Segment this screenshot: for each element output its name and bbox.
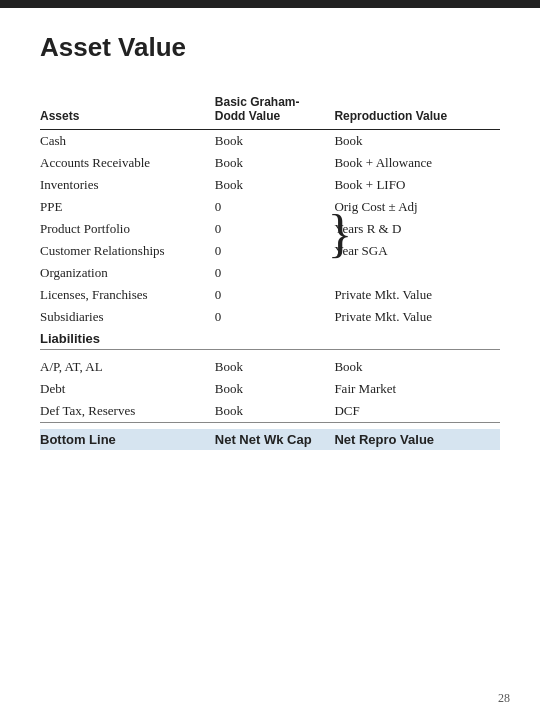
table-row: Customer Relationships 0 Year SGA xyxy=(40,240,500,262)
asset-name: Organization xyxy=(40,262,215,284)
table-row: Inventories Book Book + LIFO xyxy=(40,174,500,196)
repro-value: Book xyxy=(334,356,500,378)
bottom-line-label: Bottom Line xyxy=(40,429,215,450)
asset-name: Product Portfolio xyxy=(40,218,215,240)
basic-value: Book xyxy=(215,400,335,423)
repro-value: Year SGA xyxy=(334,240,500,262)
repro-value: Years R & D xyxy=(334,218,500,240)
repro-value: Book + Allowance xyxy=(334,152,500,174)
asset-name: Accounts Receivable xyxy=(40,152,215,174)
repro-value: Private Mkt. Value xyxy=(334,284,500,306)
repro-value xyxy=(334,262,500,284)
page-title: Asset Value xyxy=(40,32,500,63)
bottom-line-row: Bottom Line Net Net Wk Cap Net Repro Val… xyxy=(40,429,500,450)
header-basic: Basic Graham-Dodd Value xyxy=(215,91,335,130)
brace-icon: } xyxy=(327,208,352,260)
asset-name: Subsidiaries xyxy=(40,306,215,328)
page-container: Asset Value Assets Basic Graham-Dodd Val… xyxy=(0,8,540,470)
asset-name: Cash xyxy=(40,130,215,153)
top-bar xyxy=(0,0,540,8)
table-row: Product Portfolio 0 } Years R & D xyxy=(40,218,500,240)
basic-value: 0 } xyxy=(215,218,335,240)
table-row: Subsidiaries 0 Private Mkt. Value xyxy=(40,306,500,328)
basic-value: Book xyxy=(215,152,335,174)
table-row: PPE 0 Orig Cost ± Adj xyxy=(40,196,500,218)
asset-name: Licenses, Franchises xyxy=(40,284,215,306)
bottom-line-basic: Net Net Wk Cap xyxy=(215,429,335,450)
basic-value: Book xyxy=(215,174,335,196)
asset-name: Inventories xyxy=(40,174,215,196)
header-repro: Reproduction Value xyxy=(334,91,500,130)
repro-value: Private Mkt. Value xyxy=(334,306,500,328)
basic-value: 0 xyxy=(215,284,335,306)
repro-value: Book + LIFO xyxy=(334,174,500,196)
asset-value-table: Assets Basic Graham-Dodd Value Reproduct… xyxy=(40,91,500,450)
table-row: Licenses, Franchises 0 Private Mkt. Valu… xyxy=(40,284,500,306)
asset-name: Debt xyxy=(40,378,215,400)
basic-value: 0 xyxy=(215,306,335,328)
bottom-line-repro: Net Repro Value xyxy=(334,429,500,450)
repro-value: Book xyxy=(334,130,500,153)
repro-value: DCF xyxy=(334,400,500,423)
table-row: A/P, AT, AL Book Book xyxy=(40,356,500,378)
table-row: Organization 0 xyxy=(40,262,500,284)
liabilities-label: Liabilities xyxy=(40,328,500,350)
asset-name: PPE xyxy=(40,196,215,218)
asset-name: Customer Relationships xyxy=(40,240,215,262)
page-number: 28 xyxy=(498,691,510,706)
asset-name: Def Tax, Reserves xyxy=(40,400,215,423)
basic-value: 0 xyxy=(215,240,335,262)
table-row: Cash Book Book xyxy=(40,130,500,153)
repro-value: Fair Market xyxy=(334,378,500,400)
basic-value: Book xyxy=(215,356,335,378)
asset-name: A/P, AT, AL xyxy=(40,356,215,378)
repro-value: Orig Cost ± Adj xyxy=(334,196,500,218)
table-row: Debt Book Fair Market xyxy=(40,378,500,400)
basic-value: 0 xyxy=(215,196,335,218)
table-row: Accounts Receivable Book Book + Allowanc… xyxy=(40,152,500,174)
basic-value: 0 xyxy=(215,262,335,284)
header-assets: Assets xyxy=(40,91,215,130)
table-row: Def Tax, Reserves Book DCF xyxy=(40,400,500,423)
basic-value: Book xyxy=(215,378,335,400)
basic-value: Book xyxy=(215,130,335,153)
liabilities-header-row: Liabilities xyxy=(40,328,500,350)
